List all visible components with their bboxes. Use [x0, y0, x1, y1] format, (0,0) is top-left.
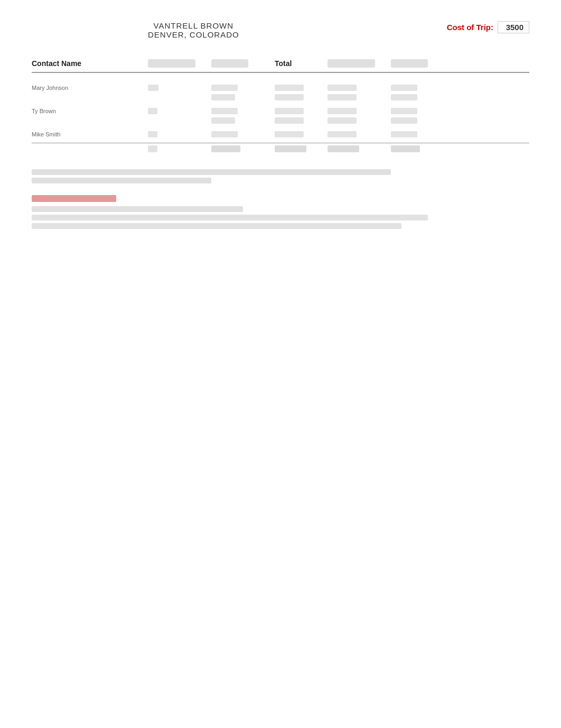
row1b-name	[32, 94, 148, 100]
row3-col5-val	[328, 131, 357, 137]
table-row-3: Mike Smith	[32, 130, 529, 139]
row2b-col2	[148, 117, 211, 124]
header-person-info: VANTRELL BROWN DENVER, COLORADO	[148, 21, 239, 39]
row2b-col5	[328, 117, 391, 124]
table-row: Mary Johnson	[32, 84, 529, 92]
total-col6	[391, 145, 454, 152]
col3-header	[211, 59, 275, 68]
person-location: DENVER, COLORADO	[148, 30, 239, 39]
row1b-col6-val	[391, 94, 417, 100]
col5-header	[328, 59, 391, 68]
row1b-col3	[211, 94, 275, 100]
total-label	[32, 145, 148, 152]
row2-col2-val	[148, 108, 157, 114]
row1b-col5	[328, 94, 391, 100]
table-total-row	[32, 143, 529, 154]
row2b-col5-val	[328, 117, 357, 124]
row3-col4-val	[275, 131, 304, 137]
row1b-col6	[391, 94, 454, 100]
row1-col2	[148, 85, 211, 91]
row1-col2-val	[148, 85, 158, 91]
row2b-col6-val	[391, 117, 417, 124]
table-row-2: Ty Brown	[32, 107, 529, 115]
row1-col5-val	[328, 85, 357, 91]
row1-col3-val	[211, 85, 238, 91]
row2-col3	[211, 108, 275, 114]
row2b-col4-val	[275, 117, 304, 124]
total-col4	[275, 145, 328, 152]
row3-col5	[328, 131, 391, 137]
row1-col4-val	[275, 85, 304, 91]
row1-col6	[391, 85, 454, 91]
row2-col4-val	[275, 108, 304, 114]
total-col4-val	[275, 145, 306, 152]
total-col3	[211, 145, 275, 152]
row2b-name	[32, 117, 148, 124]
row2b-col3	[211, 117, 275, 124]
row1-col3	[211, 85, 275, 91]
person-name: VANTRELL BROWN	[154, 21, 234, 30]
total-col2-val	[148, 145, 157, 152]
table-body: Mary Johnson	[32, 84, 529, 154]
row2-col4	[275, 108, 328, 114]
row3-col3-val	[211, 131, 238, 137]
table-sub-row-2b	[32, 116, 529, 125]
row1b-col2	[148, 94, 211, 100]
col5-blurred-header	[328, 59, 375, 68]
total-col3-val	[211, 145, 240, 152]
row2-col5	[328, 108, 391, 114]
document-header: VANTRELL BROWN DENVER, COLORADO Cost of …	[32, 21, 529, 39]
row1b-col4-val	[275, 94, 304, 100]
row2b-col4	[275, 117, 328, 124]
total-col5-val	[328, 145, 359, 152]
row1-col5	[328, 85, 391, 91]
total-col2	[148, 145, 211, 152]
col-contact-name: Contact Name	[32, 59, 148, 68]
warning-line-3	[32, 223, 401, 229]
warning-line-2	[32, 215, 428, 220]
row3-col2	[148, 131, 211, 137]
row2-col3-val	[211, 108, 238, 114]
table-header-row: Contact Name Total	[32, 55, 529, 73]
row1-name: Mary Johnson	[32, 85, 148, 91]
row3-col3	[211, 131, 275, 137]
col-total: Total	[275, 59, 328, 68]
col6-header	[391, 59, 454, 68]
col6-blurred-header	[391, 59, 428, 68]
row1-col4	[275, 85, 328, 91]
row2-col2	[148, 108, 211, 114]
total-col5	[328, 145, 391, 152]
warning-section	[32, 195, 529, 229]
row3-col4	[275, 131, 328, 137]
cost-of-trip-section: Cost of Trip: 3500	[447, 21, 529, 33]
total-col6-val	[391, 145, 420, 152]
row1-col6-val	[391, 85, 417, 91]
col2-header	[148, 59, 211, 68]
note-line-2	[32, 178, 211, 183]
row2-col6	[391, 108, 454, 114]
col2-blurred-header	[148, 59, 195, 68]
cost-label: Cost of Trip:	[447, 23, 493, 32]
row2b-col3-val	[211, 117, 235, 124]
warning-line-1	[32, 206, 243, 212]
table-sub-row	[32, 93, 529, 102]
row2-name: Ty Brown	[32, 108, 148, 114]
document-page: VANTRELL BROWN DENVER, COLORADO Cost of …	[0, 0, 561, 728]
row3-col6	[391, 131, 454, 137]
row2b-col6	[391, 117, 454, 124]
row2-col5-val	[328, 108, 357, 114]
row1b-col5-val	[328, 94, 357, 100]
row3-name: Mike Smith	[32, 131, 148, 137]
row2-col6-val	[391, 108, 417, 114]
note-section	[32, 169, 529, 183]
row1b-col3-val	[211, 94, 235, 100]
warning-title-bar	[32, 195, 116, 202]
note-line-1	[32, 169, 391, 175]
row1b-col4	[275, 94, 328, 100]
row3-col6-val	[391, 131, 417, 137]
cost-value: 3500	[498, 21, 529, 33]
row3-col2-val	[148, 131, 157, 137]
col3-blurred-header	[211, 59, 248, 68]
